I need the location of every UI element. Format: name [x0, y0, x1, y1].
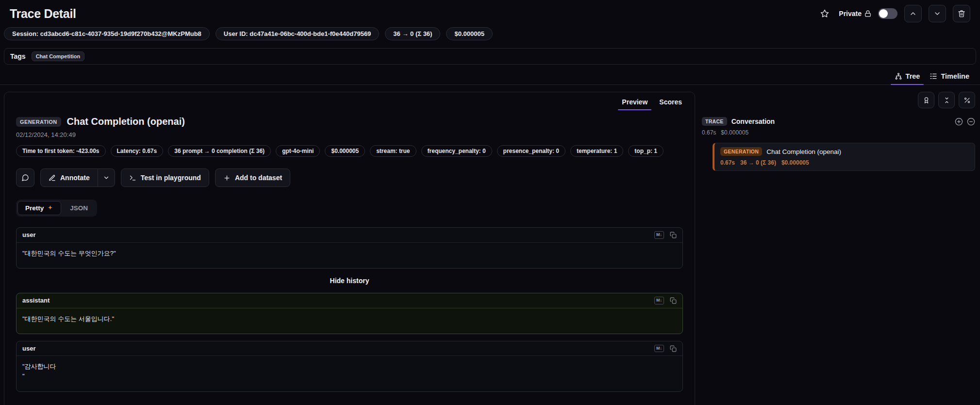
message-header: user M↓ — [17, 341, 682, 356]
tree-node-generation[interactable]: GENERATION Chat Completion (openai) 0.67… — [713, 143, 975, 171]
view-tabs: Tree Timeline — [0, 68, 980, 85]
toggle-knob — [879, 9, 888, 18]
add-to-dataset-button[interactable]: Add to dataset — [215, 169, 290, 187]
message-role: assistant — [22, 297, 50, 304]
tree-toolbar — [702, 92, 975, 108]
next-trace-button[interactable] — [929, 5, 946, 22]
tab-tree-label: Tree — [906, 72, 920, 80]
user-id-pill[interactable]: User ID: dc47a41e-06bc-400d-bde1-f0e440d… — [216, 27, 380, 40]
stat-pill-stream: stream: true — [370, 145, 416, 157]
meta-row: Session: cd3abcd6-c81c-4037-935d-19d9f27… — [4, 27, 976, 40]
cost-pill: $0.000005 — [446, 27, 492, 40]
message-tools: M↓ — [654, 345, 677, 353]
content: Preview Scores GENERATION Chat Completio… — [4, 92, 976, 405]
message-role: user — [22, 231, 35, 238]
tags-label: Tags — [10, 52, 26, 60]
tab-timeline[interactable]: Timeline — [925, 68, 974, 85]
tag-badge[interactable]: Chat Competition — [32, 51, 85, 61]
trace-row-actions — [955, 118, 975, 126]
test-playground-label: Test in playground — [141, 174, 201, 182]
terminal-icon — [129, 174, 136, 182]
trace-tree-panel: TRACE Conversation 0.67s $0.000005 GENER — [702, 92, 976, 171]
stat-pill-ttft: Time to first token: -423.00s — [16, 145, 106, 157]
message-user-1: user M↓ "대한민국의 수도는 무엇인가요?" — [16, 227, 683, 269]
markdown-toggle-icon[interactable]: M↓ — [654, 297, 664, 304]
stat-pill-latency: Latency: 0.67s — [111, 145, 164, 157]
page-title: Trace Detail — [10, 7, 76, 21]
generation-header: GENERATION Chat Completion (openai) — [16, 116, 683, 127]
stat-pill-presence-penalty: presence_penalty: 0 — [497, 145, 565, 157]
scores-toggle-button[interactable] — [918, 92, 934, 108]
node-type-badge: GENERATION — [720, 147, 762, 156]
chevron-down-icon — [933, 10, 941, 17]
observation-title: Chat Completion (openai) — [67, 116, 185, 127]
trace-cost: $0.000005 — [721, 129, 748, 136]
expand-all-icon[interactable] — [955, 118, 963, 126]
panel-tabs: Preview Scores — [4, 92, 695, 110]
message-content: "대한민국의 수도는 서울입니다." — [17, 308, 682, 334]
collapse-all-icon[interactable] — [967, 118, 975, 126]
annotate-button[interactable]: Annotate — [40, 169, 98, 187]
stat-pills: Time to first token: -423.00s Latency: 0… — [16, 145, 683, 157]
show-percentages-button[interactable] — [959, 92, 975, 108]
plus-icon — [223, 174, 231, 182]
tree-icon — [895, 72, 902, 80]
public-toggle[interactable] — [878, 8, 897, 19]
message-content: "감사합니다 " — [17, 356, 682, 391]
trace-type-badge: TRACE — [702, 117, 727, 126]
stat-pill-frequency-penalty: frequency_penalty: 0 — [421, 145, 492, 157]
star-icon — [820, 9, 829, 18]
tab-timeline-label: Timeline — [941, 72, 969, 80]
comments-button[interactable] — [16, 169, 34, 187]
panel-body: GENERATION Chat Completion (openai) 02/1… — [4, 110, 695, 404]
observation-timestamp: 02/12/2024, 14:20:49 — [16, 131, 683, 138]
message-header: user M↓ — [17, 228, 682, 243]
chevron-down-icon — [103, 174, 110, 181]
node-header: GENERATION Chat Completion (openai) — [720, 147, 969, 156]
prev-trace-button[interactable] — [904, 5, 922, 22]
privacy-label: Private — [839, 10, 871, 17]
message-content: "대한민국의 수도는 무엇인가요?" — [17, 243, 682, 268]
tab-pretty-label: Pretty — [25, 204, 44, 212]
stat-pill-cost: $0.000005 — [325, 145, 365, 157]
tab-tree[interactable]: Tree — [890, 68, 925, 85]
privacy-text: Private — [839, 10, 862, 17]
node-latency: 0.67s — [720, 159, 735, 166]
message-assistant: assistant M↓ "대한민국의 수도는 서울입니다." — [16, 293, 683, 334]
stat-pill-top-p: top_p: 1 — [628, 145, 664, 157]
tab-preview[interactable]: Preview — [616, 94, 653, 110]
test-playground-button[interactable]: Test in playground — [121, 169, 209, 187]
bookmark-button[interactable] — [817, 6, 832, 21]
copy-icon[interactable] — [670, 232, 677, 238]
trace-latency: 0.67s — [702, 129, 716, 136]
markdown-toggle-icon[interactable]: M↓ — [654, 231, 664, 239]
collapse-nodes-button[interactable] — [938, 92, 955, 108]
message-user-2: user M↓ "감사합니다 " — [16, 341, 683, 392]
messages-list: user M↓ "대한민국의 수도는 무엇인가요?" Hide history — [16, 227, 683, 392]
chat-bubble-icon — [21, 174, 29, 182]
stat-pill-temperature: temperature: 1 — [570, 145, 623, 157]
node-cost: $0.000005 — [781, 159, 809, 166]
tab-scores[interactable]: Scores — [653, 94, 688, 110]
token-usage-pill: 36 → 0 (Σ 36) — [385, 27, 440, 40]
annotate-label: Annotate — [60, 174, 90, 182]
pen-icon — [49, 174, 56, 182]
markdown-toggle-icon[interactable]: M↓ — [654, 345, 664, 353]
trace-title: Conversation — [731, 118, 775, 125]
hide-history-button[interactable]: Hide history — [16, 275, 683, 286]
copy-icon[interactable] — [670, 297, 677, 304]
annotate-dropdown-button[interactable] — [98, 169, 115, 187]
header: Trace Detail Private — [0, 0, 980, 24]
message-tools: M↓ — [654, 297, 677, 304]
action-bar: Annotate Test in playground — [16, 169, 683, 187]
session-pill[interactable]: Session: cd3abcd6-c81c-4037-935d-19d9f27… — [4, 27, 210, 40]
trace-metrics: 0.67s $0.000005 — [702, 129, 975, 136]
delete-trace-button[interactable] — [953, 5, 970, 22]
trace-root-row[interactable]: TRACE Conversation — [702, 117, 975, 126]
tab-pretty[interactable]: Pretty — [17, 201, 61, 215]
award-icon — [923, 97, 930, 104]
tab-json[interactable]: JSON — [62, 201, 96, 215]
node-metrics: 0.67s 36 → 0 (Σ 36) $0.000005 — [720, 159, 969, 166]
message-tools: M↓ — [654, 231, 677, 239]
copy-icon[interactable] — [670, 345, 677, 352]
